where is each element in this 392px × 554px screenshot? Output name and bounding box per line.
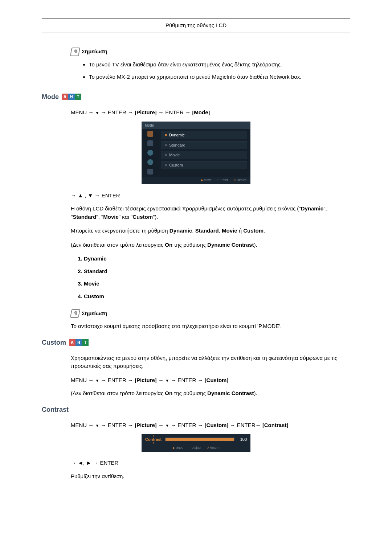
- nav-enter: → ENTER →: [101, 109, 133, 115]
- note-icon: ✎: [70, 309, 80, 318]
- note-block: ✎ Σημείωση: [71, 48, 350, 56]
- mode-list-item: Standard: [84, 267, 350, 276]
- section-contrast-heading: Contrast: [42, 405, 350, 415]
- osd-title: Mode: [142, 122, 250, 129]
- nav-picture: Picture: [136, 422, 155, 428]
- rule-top: [42, 18, 350, 19]
- nav-custom: Custom: [207, 377, 227, 383]
- down-arrow-icon: ▼: [165, 378, 169, 384]
- mode-list-item: Custom: [84, 292, 350, 301]
- osd-item-custom[interactable]: Custom: [162, 161, 247, 169]
- contrast-para: Ρυθμίζει την αντίθεση.: [71, 472, 350, 481]
- nav-enter: → ENTER →: [171, 377, 203, 383]
- osd-mode-dialog: Mode Dynamic Standard Movie Custom Move …: [142, 122, 250, 184]
- nav-arrow: →: [158, 377, 164, 383]
- osd-foot-move: Move: [201, 178, 212, 183]
- mode-para2: Μπορείτε να ενεργοποιήσετε τη ρύθμιση Dy…: [71, 227, 350, 235]
- aht-badge: AHT: [69, 339, 89, 346]
- osd-item-movie[interactable]: Movie: [162, 151, 247, 159]
- custom-para: Χρησιμοποιώντας τα μενού στην οθόνη, μπο…: [71, 354, 350, 370]
- down-arrow-icon: ▼: [165, 423, 169, 429]
- mode-list-item: Dynamic: [84, 255, 350, 263]
- nav-enter: → ENTER →: [101, 422, 133, 428]
- mode-para3: (Δεν διατίθεται στον τρόπο λειτουργίας O…: [71, 241, 350, 249]
- nav-picture: Picture: [136, 377, 155, 383]
- note-icon: ✎: [70, 48, 80, 56]
- custom-para2: (Δεν διατίθεται στον τρόπο λειτουργίας O…: [71, 389, 350, 398]
- rule-bottom: [42, 495, 350, 495]
- osd-foot-enter: Enter: [217, 178, 228, 183]
- nav-picture: Picture: [136, 109, 155, 115]
- nav-contrast: Contrast: [264, 422, 287, 428]
- rail-icon: [147, 140, 153, 146]
- nav-custom: Custom: [207, 422, 227, 428]
- contrast-nav2: → ◄, ► → ENTER: [71, 459, 350, 467]
- osd2-foot-adjust: Adjust: [188, 446, 201, 451]
- note2-text: Το αντίστοιχο κουμπί άμεσης πρόσβασης στ…: [71, 322, 350, 331]
- section-mode-heading: Mode AHT: [42, 92, 350, 102]
- down-arrow-icon: ▼: [95, 423, 99, 429]
- nav-enter: → ENTER →: [101, 377, 133, 383]
- osd-footer: Move Enter Return: [142, 177, 250, 184]
- mode-para1: Η οθόνη LCD διαθέτει τέσσερις εργοστασια…: [71, 205, 350, 221]
- mode-list-item: Movie: [84, 280, 350, 288]
- note-bullet: Το μοντέλο MX-2 μπορεί να χρησιμοποιεί τ…: [89, 73, 350, 81]
- note-label: Σημείωση: [82, 48, 107, 56]
- osd2-foot-return: Return: [207, 446, 220, 451]
- down-arrow-icon: ▼: [95, 378, 99, 384]
- mode-nav-path: MENU → ▼ → ENTER → [Picture] → ENTER → […: [71, 108, 350, 117]
- aht-badge: AHT: [62, 94, 81, 100]
- osd2-foot-move: Move: [172, 446, 183, 451]
- mode-list: Dynamic Standard Movie Custom: [84, 255, 350, 300]
- osd-rail: [142, 129, 159, 177]
- nav-menu: MENU →: [71, 377, 94, 383]
- rail-icon: [147, 131, 153, 137]
- nav-menu: MENU →: [71, 109, 94, 115]
- down-arrow-icon: ▼: [95, 110, 99, 116]
- osd2-label: Contrast: [145, 436, 162, 443]
- rail-icon: [147, 169, 153, 175]
- mode-nav2: → ▲ , ▼ → ENTER: [71, 192, 350, 200]
- page-header: Ρύθμιση της οθόνης LCD: [42, 21, 350, 30]
- osd-item-dynamic[interactable]: Dynamic: [162, 131, 247, 139]
- osd-foot-return: Return: [233, 178, 246, 183]
- custom-nav-path: MENU → ▼ → ENTER → [Picture] → ▼ → ENTER…: [71, 376, 350, 385]
- section-title: Contrast: [42, 405, 69, 415]
- contrast-value: 100: [237, 436, 247, 443]
- nav-mode: Mode: [194, 109, 208, 115]
- nav-enter: → ENTER →: [171, 422, 203, 428]
- osd-contrast-dialog: Contrast 100 Move Adjust Return: [142, 434, 250, 452]
- note-block-2: ✎ Σημείωση: [71, 309, 350, 318]
- rail-icon: [147, 159, 153, 165]
- contrast-nav-path: MENU → ▼ → ENTER → [Picture] → ▼ → ENTER…: [71, 421, 350, 430]
- note-bullets: Το μενού TV είναι διαθέσιμο όταν είναι ε…: [89, 61, 350, 81]
- rail-icon: [147, 150, 153, 156]
- section-title: Custom: [42, 338, 66, 348]
- nav-menu: MENU →: [71, 422, 94, 428]
- nav-enter: → ENTER→: [230, 422, 261, 428]
- nav-enter: → ENTER →: [158, 109, 191, 115]
- rule-header: [42, 33, 350, 33]
- osd-list: Dynamic Standard Movie Custom: [159, 129, 250, 177]
- note-label: Σημείωση: [82, 309, 107, 318]
- nav-arrow: →: [158, 422, 164, 428]
- note-bullet: Το μενού TV είναι διαθέσιμο όταν είναι ε…: [89, 61, 350, 69]
- contrast-slider[interactable]: [165, 438, 234, 441]
- osd2-footer: Move Adjust Return: [142, 445, 250, 452]
- section-custom-heading: Custom AHT: [42, 338, 350, 348]
- osd-item-standard[interactable]: Standard: [162, 141, 247, 149]
- section-title: Mode: [42, 92, 59, 102]
